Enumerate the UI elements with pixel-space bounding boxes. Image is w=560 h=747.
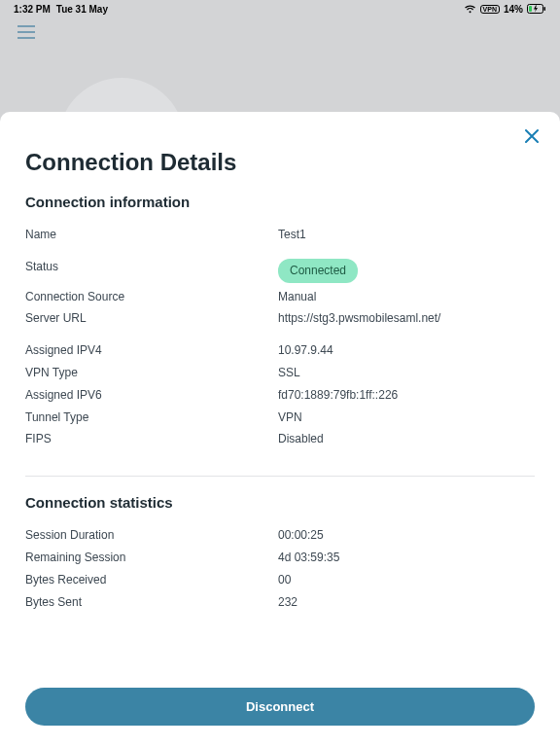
value-name: Test1 [278, 227, 535, 243]
row-fips: FIPS Disabled [25, 428, 535, 450]
label-tx: Bytes Sent [25, 594, 278, 611]
status-bar: 1:32 PM Tue 31 May VPN 14% [0, 0, 560, 18]
row-vpntype: VPN Type SSL [25, 362, 535, 384]
row-status: Status Connected [25, 256, 535, 286]
value-source: Manual [278, 289, 535, 305]
label-status: Status [25, 259, 278, 283]
vpn-icon: VPN [480, 5, 500, 14]
row-name: Name Test1 [25, 224, 535, 246]
row-ipv6: Assigned IPV6 fd70:1889:79fb:1ff::226 [25, 384, 535, 407]
toolbar [0, 18, 560, 51]
divider [25, 476, 535, 477]
svg-rect-1 [544, 7, 546, 11]
label-server: Server URL [25, 310, 278, 327]
label-rx: Bytes Received [25, 572, 278, 588]
value-tunnel: VPN [278, 409, 535, 426]
label-fips: FIPS [25, 431, 278, 447]
stats-rows: Session Duration 00:00:25 Remaining Sess… [25, 524, 535, 613]
wifi-icon [464, 4, 476, 14]
info-rows: Name Test1 Status Connected Connection S… [25, 224, 535, 450]
row-rx: Bytes Received 00 [25, 569, 535, 591]
label-duration: Session Duration [25, 527, 278, 544]
battery-percent: 14% [504, 4, 523, 15]
label-remaining: Remaining Session [25, 550, 278, 566]
section-stats-title: Connection statistics [25, 494, 535, 511]
label-name: Name [25, 227, 278, 243]
row-duration: Session Duration 00:00:25 [25, 524, 535, 547]
svg-rect-2 [529, 6, 532, 12]
page-title: Connection Details [25, 149, 535, 176]
status-time: 1:32 PM [14, 4, 51, 15]
row-ipv4: Assigned IPV4 10.97.9.44 [25, 339, 535, 362]
value-duration: 00:00:25 [278, 527, 535, 544]
status-badge: Connected [278, 259, 358, 283]
row-remaining: Remaining Session 4d 03:59:35 [25, 547, 535, 569]
battery-icon [527, 4, 546, 14]
value-remaining: 4d 03:59:35 [278, 550, 535, 566]
hamburger-icon[interactable] [18, 25, 35, 43]
value-status: Connected [278, 259, 535, 283]
close-button[interactable] [521, 125, 542, 147]
status-date: Tue 31 May [56, 4, 108, 15]
label-source: Connection Source [25, 289, 278, 305]
section-info-title: Connection information [25, 194, 535, 210]
value-server: https://stg3.pwsmobilesaml.net/ [278, 310, 535, 327]
row-tx: Bytes Sent 232 [25, 591, 535, 614]
row-tunnel: Tunnel Type VPN [25, 407, 535, 429]
label-vpntype: VPN Type [25, 365, 278, 381]
row-source: Connection Source Manual [25, 286, 535, 308]
label-tunnel: Tunnel Type [25, 409, 278, 426]
value-ipv6: fd70:1889:79fb:1ff::226 [278, 387, 535, 404]
value-rx: 00 [278, 572, 535, 588]
value-fips: Disabled [278, 431, 535, 447]
value-ipv4: 10.97.9.44 [278, 342, 535, 359]
row-server: Server URL https://stg3.pwsmobilesaml.ne… [25, 307, 535, 330]
details-sheet: Connection Details Connection informatio… [0, 112, 560, 747]
label-ipv4: Assigned IPV4 [25, 342, 278, 359]
value-tx: 232 [278, 594, 535, 611]
disconnect-button[interactable]: Disconnect [25, 688, 535, 726]
label-ipv6: Assigned IPV6 [25, 387, 278, 404]
value-vpntype: SSL [278, 365, 535, 381]
